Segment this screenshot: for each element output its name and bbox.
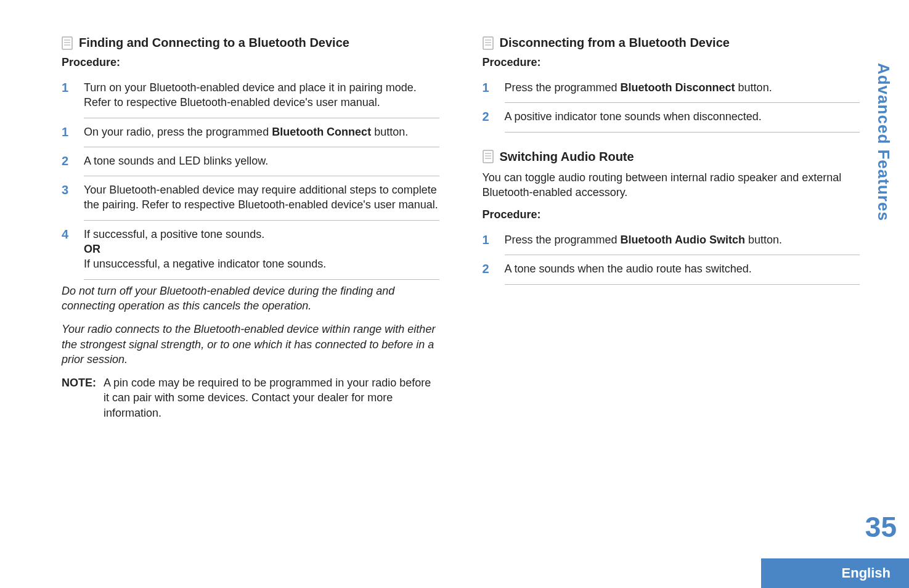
section-heading-disconnect: Disconnecting from a Bluetooth Device bbox=[483, 36, 860, 50]
list-item: 1Press the programmed Bluetooth Disconne… bbox=[483, 75, 860, 101]
side-tab: Advanced Features bbox=[871, 37, 895, 247]
svg-rect-0 bbox=[62, 37, 72, 49]
step-text: Press the programmed Bluetooth Disconnec… bbox=[505, 80, 860, 95]
list-item: 4If successful, a positive tone sounds.O… bbox=[62, 222, 439, 278]
step-text: If successful, a positive tone sounds.OR… bbox=[84, 227, 439, 272]
document-icon bbox=[62, 36, 73, 50]
divider bbox=[84, 176, 439, 176]
step-number: 2 bbox=[62, 153, 75, 168]
divider bbox=[84, 118, 439, 118]
step-text: A tone sounds when the audio route has s… bbox=[505, 261, 860, 276]
list-item: 1 Turn on your Bluetooth-enabled device … bbox=[62, 75, 439, 116]
bold-text: OR bbox=[84, 243, 100, 255]
list-item: 3Your Bluetooth-enabled device may requi… bbox=[62, 178, 439, 219]
procedure-label: Procedure: bbox=[483, 56, 860, 69]
step-text: A positive indicator tone sounds when di… bbox=[505, 109, 860, 124]
heading-text: Finding and Connecting to a Bluetooth De… bbox=[79, 36, 349, 50]
list-item: 1On your radio, press the programmed Blu… bbox=[62, 120, 439, 145]
step-text: Press the programmed Bluetooth Audio Swi… bbox=[505, 232, 860, 247]
list-item: 2A positive indicator tone sounds when d… bbox=[483, 104, 860, 130]
divider bbox=[84, 147, 439, 147]
procedure-label: Procedure: bbox=[62, 56, 439, 69]
side-tab-label: Advanced Features bbox=[874, 63, 893, 221]
footer-language: English bbox=[842, 565, 891, 581]
step-list: 1Press the programmed Bluetooth Audio Sw… bbox=[483, 227, 860, 285]
step-list: 1Press the programmed Bluetooth Disconne… bbox=[483, 75, 860, 133]
divider bbox=[84, 220, 439, 221]
step-text: Your Bluetooth-enabled device may requir… bbox=[84, 182, 439, 213]
step-number: 1 bbox=[62, 125, 75, 139]
note-paragraph: Do not turn off your Bluetooth-enabled d… bbox=[62, 284, 439, 314]
note-paragraph: Your radio connects to the Bluetooth-ena… bbox=[62, 322, 439, 367]
note-body: A pin code may be required to be program… bbox=[104, 375, 439, 420]
note-block: NOTE: A pin code may be required to be p… bbox=[62, 375, 439, 420]
document-icon bbox=[483, 36, 494, 50]
page-number: 35 bbox=[865, 510, 897, 544]
bold-text: Bluetooth Connect bbox=[272, 126, 371, 138]
divider bbox=[505, 102, 860, 103]
list-item: 2A tone sounds and LED blinks yellow. bbox=[62, 149, 439, 174]
svg-rect-8 bbox=[483, 150, 493, 163]
step-text: Turn on your Bluetooth-enabled device an… bbox=[84, 80, 439, 110]
footer-language-bar: English bbox=[761, 558, 909, 588]
step-number: 1 bbox=[62, 80, 75, 110]
divider bbox=[84, 279, 439, 280]
step-list: 1On your radio, press the programmed Blu… bbox=[62, 120, 439, 280]
pre-step-list: 1 Turn on your Bluetooth-enabled device … bbox=[62, 75, 439, 116]
intro-paragraph: You can toggle audio routing between int… bbox=[483, 170, 860, 200]
divider bbox=[505, 132, 860, 133]
step-text: A tone sounds and LED blinks yellow. bbox=[84, 153, 439, 168]
step-number: 2 bbox=[483, 109, 496, 124]
section-heading-finding: Finding and Connecting to a Bluetooth De… bbox=[62, 36, 439, 50]
right-column: Disconnecting from a Bluetooth Device Pr… bbox=[483, 25, 860, 588]
step-number: 1 bbox=[483, 232, 496, 247]
note-label: NOTE: bbox=[62, 375, 96, 420]
divider bbox=[505, 255, 860, 255]
step-number: 4 bbox=[62, 227, 75, 272]
list-item: 2A tone sounds when the audio route has … bbox=[483, 256, 860, 282]
step-number: 2 bbox=[483, 261, 496, 276]
section-heading-audio-route: Switching Audio Route bbox=[483, 150, 860, 164]
bold-text: Bluetooth Audio Switch bbox=[621, 234, 745, 246]
page: Finding and Connecting to a Bluetooth De… bbox=[0, 0, 909, 588]
step-number: 1 bbox=[483, 80, 496, 95]
procedure-label: Procedure: bbox=[483, 208, 860, 221]
heading-text: Switching Audio Route bbox=[500, 150, 634, 164]
left-column: Finding and Connecting to a Bluetooth De… bbox=[62, 25, 439, 588]
divider bbox=[505, 284, 860, 285]
heading-text: Disconnecting from a Bluetooth Device bbox=[500, 36, 730, 50]
svg-rect-4 bbox=[483, 37, 493, 49]
list-item: 1Press the programmed Bluetooth Audio Sw… bbox=[483, 227, 860, 253]
step-text: On your radio, press the programmed Blue… bbox=[84, 125, 439, 139]
step-number: 3 bbox=[62, 182, 75, 213]
bold-text: Bluetooth Disconnect bbox=[621, 81, 735, 94]
document-icon bbox=[483, 150, 494, 163]
